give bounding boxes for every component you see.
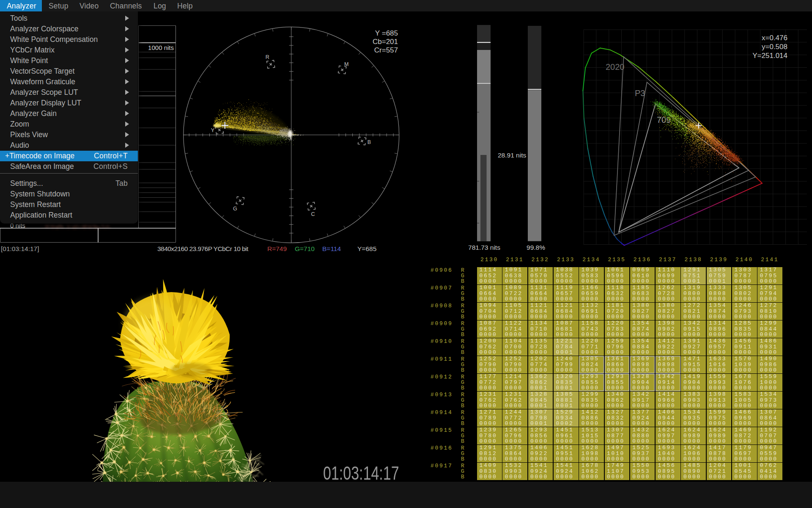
svg-text:1000 nits: 1000 nits — [148, 44, 174, 51]
svg-text:P3: P3 — [635, 88, 645, 98]
svg-text:781.73 nits: 781.73 nits — [468, 244, 500, 251]
svg-text:R: R — [266, 54, 269, 60]
svg-text:Y =685: Y =685 — [375, 29, 398, 37]
svg-text:Y=251.014: Y=251.014 — [752, 52, 787, 60]
svg-text:G: G — [233, 206, 237, 212]
svg-text:Cb=201: Cb=201 — [373, 38, 398, 46]
svg-text:x=0.476: x=0.476 — [762, 34, 787, 42]
svg-text:2020: 2020 — [606, 62, 625, 72]
svg-text:Y: Y — [211, 127, 215, 133]
svg-text:C: C — [311, 211, 315, 217]
svg-text:M: M — [344, 61, 348, 67]
svg-text:B: B — [368, 139, 371, 145]
svg-text:99.8%: 99.8% — [527, 244, 545, 251]
svg-text:y=0.508: y=0.508 — [762, 43, 787, 51]
svg-text:Cr=557: Cr=557 — [374, 46, 398, 54]
svg-text:28.91 nits: 28.91 nits — [498, 152, 526, 159]
